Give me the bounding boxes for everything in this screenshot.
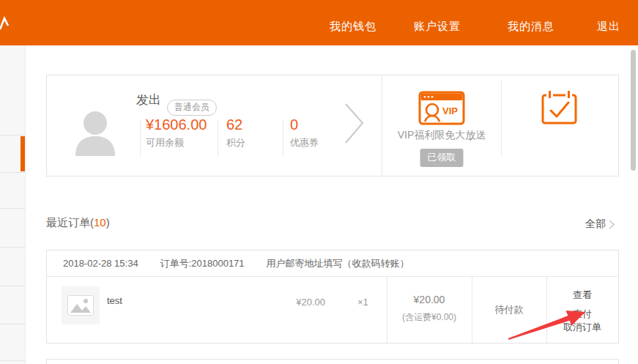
next-order-card-partial [46, 359, 619, 364]
orders-title-prefix: 最近订单( [46, 216, 94, 229]
view-all-label: 全部 [585, 218, 606, 231]
svg-text:VIP: VIP [442, 105, 458, 116]
stat-divider [218, 119, 218, 157]
orders-count: 10 [94, 216, 106, 229]
avatar [74, 109, 116, 156]
nav-logout[interactable]: 退出 [597, 20, 620, 34]
top-nav-bar: 我的钱包 账户设置 我的消息 退出 [0, 0, 638, 45]
order-card: 2018-02-28 15:34订单号:2018000171用户邮寄地址填写（收… [46, 250, 619, 343]
sidebar-active-indicator [21, 136, 25, 171]
view-order-link[interactable]: 查看 [546, 289, 618, 302]
stat-divider [140, 119, 141, 157]
user-summary-card: 发出 普通会员 ¥1606.00 可用余额 62 积分 0 优惠券 [46, 75, 619, 177]
coupons-stat[interactable]: 0 优惠券 [290, 116, 319, 149]
orders-title-suffix: ) [106, 216, 110, 229]
order-status: 待付款 [472, 277, 546, 343]
points-stat[interactable]: 62 积分 [226, 116, 245, 149]
account-page: 我的钱包 账户设置 我的消息 退出 发出 普通会员 ¥1606.00 可用余额 [0, 0, 638, 364]
pay-order-link[interactable]: 支付 [546, 308, 618, 321]
sidebar-divider [0, 208, 26, 209]
vip-promo-title: VIP福利限免大放送 [382, 129, 501, 142]
chevron-right-icon[interactable] [344, 102, 366, 146]
nav-my-messages[interactable]: 我的消息 [508, 20, 554, 34]
order-header: 2018-02-28 15:34订单号:2018000171用户邮寄地址填写（收… [47, 250, 618, 277]
view-all-orders-link[interactable]: 全部 [585, 218, 615, 231]
member-level-badge: 普通会员 [167, 100, 217, 116]
vip-claimed-badge: 已领取 [420, 149, 464, 167]
nav-my-wallet[interactable]: 我的钱包 [330, 20, 377, 34]
sidebar-divider [0, 286, 26, 286]
shipping-note: (含运费¥0.00) [387, 311, 472, 324]
recent-orders-heading: 最近订单(10) [46, 216, 110, 230]
sidebar-divider [0, 135, 26, 135]
product-quantity: ×1 [357, 297, 368, 308]
username: 发出 [136, 92, 161, 108]
sidebar-divider [0, 360, 26, 361]
coupons-label: 优惠券 [290, 136, 319, 149]
chevron-right-small-icon [609, 220, 615, 229]
points-label: 积分 [226, 136, 245, 149]
order-note: 用户邮寄地址填写（收款码转账） [267, 258, 409, 269]
sidebar-sliver [0, 45, 26, 364]
coupons-value: 0 [290, 116, 319, 134]
points-value: 62 [226, 116, 245, 134]
product-unit-price: ¥20.00 [285, 297, 325, 308]
vip-browser-icon: VIP [418, 91, 465, 125]
balance-stat[interactable]: ¥1606.00 可用余额 [146, 116, 215, 149]
balance-value: ¥1606.00 [146, 116, 215, 134]
stat-divider [283, 119, 283, 157]
order-datetime: 2018-02-28 15:34 [63, 258, 138, 269]
product-name[interactable]: test [107, 295, 122, 306]
scrollbar-thumb[interactable] [631, 50, 636, 171]
cancel-order-link[interactable]: 取消订单 [546, 321, 618, 334]
page-scrollbar[interactable] [631, 45, 636, 364]
vip-promo-block[interactable]: VIP VIP福利限免大放送 已领取 [382, 75, 501, 176]
calendar-check-icon[interactable] [541, 90, 577, 125]
order-total-cell: ¥20.00 (含运费¥0.00) [387, 277, 472, 343]
sidebar-divider [0, 247, 26, 248]
order-actions-cell: 查看 支付 取消订单 [546, 277, 618, 343]
sidebar-divider [0, 172, 26, 173]
balance-label: 可用余额 [146, 136, 215, 149]
order-number: 订单号:2018000171 [160, 258, 245, 269]
sidebar-divider [0, 324, 26, 324]
card-section-divider [501, 80, 502, 156]
product-thumbnail[interactable] [62, 286, 100, 324]
logo-fragment-icon [0, 16, 10, 31]
nav-account-settings[interactable]: 账户设置 [414, 20, 461, 34]
image-placeholder-icon [67, 295, 94, 316]
order-total: ¥20.00 [387, 294, 472, 305]
